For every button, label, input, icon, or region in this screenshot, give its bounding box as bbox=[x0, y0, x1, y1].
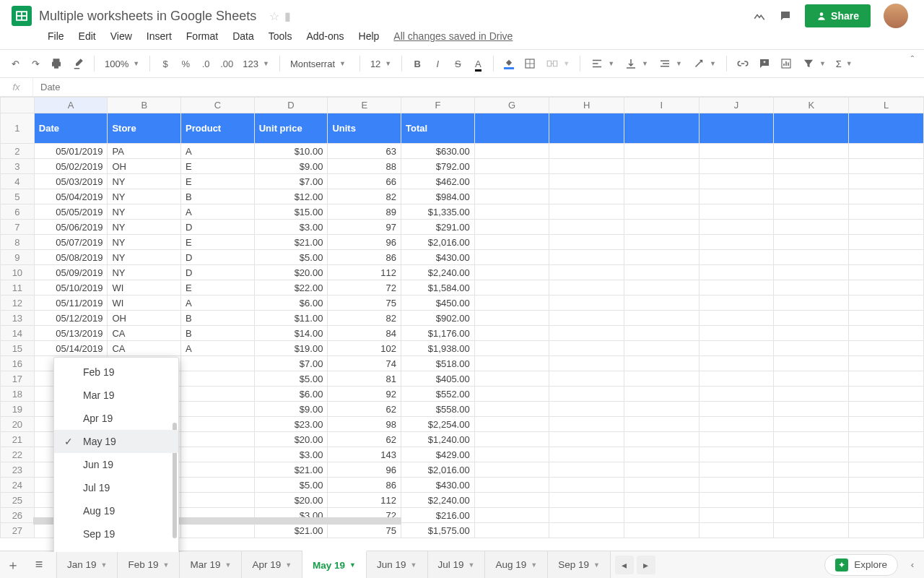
cell[interactable]: $1,176.00 bbox=[401, 326, 475, 341]
cell[interactable] bbox=[549, 174, 624, 189]
cell[interactable]: $3.00 bbox=[254, 220, 328, 235]
cell[interactable] bbox=[774, 204, 849, 220]
cell[interactable]: $1,335.00 bbox=[401, 204, 475, 220]
cell[interactable] bbox=[849, 220, 924, 235]
activity-icon[interactable] bbox=[753, 9, 766, 22]
cell[interactable] bbox=[774, 220, 849, 235]
row-header[interactable]: 11 bbox=[1, 280, 35, 296]
cell[interactable]: 143 bbox=[328, 447, 401, 462]
cell[interactable] bbox=[549, 189, 624, 204]
cell[interactable]: NY bbox=[108, 235, 181, 250]
undo-button[interactable]: ↶ bbox=[7, 54, 23, 73]
sheet-list-item[interactable]: Apr 19 bbox=[54, 407, 178, 430]
cell[interactable]: $9.00 bbox=[254, 159, 328, 174]
cell[interactable]: $1,240.00 bbox=[401, 432, 475, 447]
tabs-scroll-left[interactable]: ◂ bbox=[615, 556, 634, 574]
cell[interactable] bbox=[549, 493, 624, 508]
cell[interactable] bbox=[624, 235, 699, 250]
cell[interactable]: $2,016.00 bbox=[401, 462, 475, 478]
cell[interactable]: 66 bbox=[328, 174, 401, 189]
cell[interactable] bbox=[774, 432, 849, 447]
side-panel-toggle[interactable]: ‹ bbox=[904, 559, 921, 570]
cell[interactable]: 92 bbox=[328, 387, 401, 402]
cell[interactable]: B bbox=[181, 189, 255, 204]
row-header[interactable]: 17 bbox=[1, 371, 35, 387]
cell[interactable]: 05/02/2019 bbox=[34, 159, 108, 174]
cell[interactable] bbox=[699, 447, 774, 462]
cell[interactable] bbox=[774, 280, 849, 296]
row-header[interactable]: 12 bbox=[1, 296, 35, 311]
cell[interactable]: PA bbox=[108, 144, 181, 159]
sheet-tab-menu-icon[interactable]: ▼ bbox=[285, 561, 292, 569]
sheet-list-item[interactable]: Jun 19 bbox=[54, 453, 178, 476]
horizontal-align-dropdown[interactable]: ▼ bbox=[588, 57, 617, 70]
sheet-list-item[interactable]: May 19 bbox=[54, 430, 178, 453]
cell[interactable]: $20.00 bbox=[254, 265, 328, 280]
cell[interactable] bbox=[624, 250, 699, 265]
sheet-tab[interactable]: Jan 19▼ bbox=[56, 551, 118, 578]
cell[interactable] bbox=[774, 387, 849, 402]
header-store[interactable]: Store bbox=[108, 113, 181, 144]
cell[interactable]: A bbox=[181, 296, 255, 311]
cell[interactable] bbox=[699, 326, 774, 341]
column-header-E[interactable]: E bbox=[328, 98, 401, 113]
cell[interactable]: $984.00 bbox=[401, 189, 475, 204]
cell[interactable] bbox=[549, 144, 624, 159]
cell[interactable] bbox=[549, 523, 624, 538]
cell[interactable] bbox=[774, 417, 849, 432]
cell[interactable]: $405.00 bbox=[401, 371, 475, 387]
cell[interactable] bbox=[849, 311, 924, 326]
cell[interactable]: $21.00 bbox=[254, 523, 328, 538]
cell[interactable]: 75 bbox=[328, 296, 401, 311]
cell[interactable]: $552.00 bbox=[401, 387, 475, 402]
cell[interactable] bbox=[849, 144, 924, 159]
cell[interactable] bbox=[849, 250, 924, 265]
sheet-tab-menu-icon[interactable]: ▼ bbox=[101, 561, 108, 569]
cell[interactable]: OH bbox=[108, 159, 181, 174]
column-header-B[interactable]: B bbox=[108, 98, 181, 113]
cell[interactable] bbox=[549, 371, 624, 387]
decrease-decimal-button[interactable]: .0 bbox=[198, 54, 214, 73]
cell[interactable] bbox=[549, 387, 624, 402]
cell[interactable] bbox=[549, 265, 624, 280]
cell[interactable]: A bbox=[181, 144, 255, 159]
sheet-list-item[interactable]: Mar 19 bbox=[54, 384, 178, 407]
cell[interactable] bbox=[849, 493, 924, 508]
cell[interactable] bbox=[474, 204, 549, 220]
cell[interactable]: $450.00 bbox=[401, 296, 475, 311]
cell[interactable]: E bbox=[181, 280, 255, 296]
cell[interactable] bbox=[699, 220, 774, 235]
cell[interactable] bbox=[474, 523, 549, 538]
cell[interactable]: 05/09/2019 bbox=[34, 265, 108, 280]
sheet-list-item[interactable]: Oct 19 bbox=[54, 545, 178, 552]
cell[interactable] bbox=[849, 417, 924, 432]
bold-button[interactable]: B bbox=[409, 54, 425, 73]
row-header[interactable]: 27 bbox=[1, 523, 35, 538]
sheet-tab[interactable]: Apr 19▼ bbox=[242, 551, 302, 578]
cell[interactable] bbox=[774, 356, 849, 371]
cell[interactable]: D bbox=[181, 220, 255, 235]
cell[interactable]: E bbox=[181, 235, 255, 250]
cell[interactable] bbox=[774, 341, 849, 356]
cell[interactable] bbox=[699, 174, 774, 189]
cell[interactable]: 82 bbox=[328, 189, 401, 204]
sheet-tab-menu-icon[interactable]: ▼ bbox=[468, 561, 475, 569]
cell[interactable] bbox=[849, 478, 924, 493]
cell[interactable] bbox=[549, 326, 624, 341]
cell[interactable]: $902.00 bbox=[401, 311, 475, 326]
cell[interactable] bbox=[699, 144, 774, 159]
cell[interactable] bbox=[181, 493, 255, 508]
cell[interactable] bbox=[474, 478, 549, 493]
account-avatar[interactable] bbox=[884, 4, 908, 28]
cell[interactable]: $5.00 bbox=[254, 478, 328, 493]
cell[interactable] bbox=[549, 447, 624, 462]
cell[interactable] bbox=[774, 144, 849, 159]
comments-icon[interactable] bbox=[779, 9, 792, 22]
cell[interactable]: NY bbox=[108, 174, 181, 189]
sheet-tab-menu-icon[interactable]: ▼ bbox=[349, 561, 356, 569]
menu-tools[interactable]: Tools bbox=[261, 27, 300, 45]
cell[interactable] bbox=[624, 417, 699, 432]
cell[interactable]: 96 bbox=[328, 462, 401, 478]
cell[interactable] bbox=[549, 235, 624, 250]
sheet-tab-menu-icon[interactable]: ▼ bbox=[225, 561, 231, 569]
